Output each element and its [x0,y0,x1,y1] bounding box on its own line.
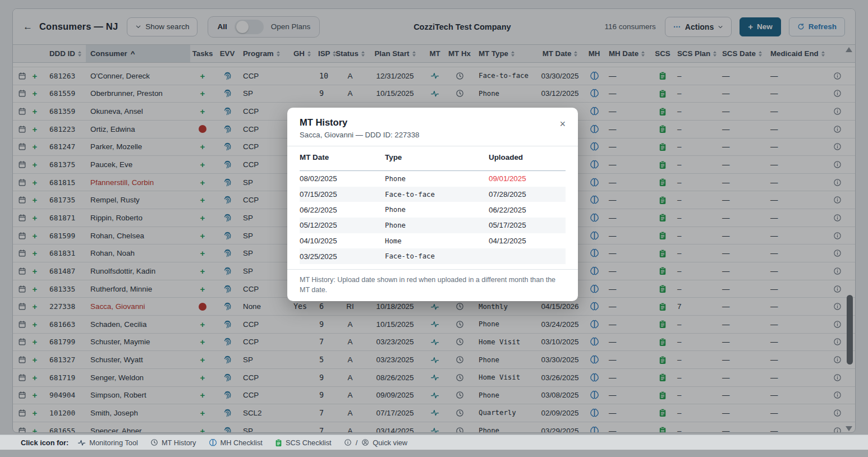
modal-mt-date: 03/25/2025 [300,252,385,261]
page: ← Consumers — NJ Show search All Open Pl… [0,0,868,457]
modal-uploaded: 07/28/2025 [489,190,566,199]
modal-mt-date: 04/10/2025 [300,237,385,245]
modal-uploaded: 05/17/2025 [489,221,566,229]
mt-history-modal: MT History Sacca, Giovanni — DDD ID: 227… [287,108,578,301]
modal-subtitle: Sacca, Giovanni — DDD ID: 227338 [300,131,566,139]
modal-type: Home [385,237,489,245]
modal-table-row: 04/10/2025 Home 04/12/2025 [300,233,566,249]
modal-type: Phone [385,206,489,214]
brain-icon [209,438,217,447]
modal-mt-date: 07/15/2025 [300,190,385,199]
legend-scs-checklist: SCS Checklist [275,438,332,447]
clock-icon [150,438,158,446]
modal-table-row: 06/22/2025 Phone 06/22/2025 [300,202,566,218]
modal-type: Phone [385,221,489,229]
modal-table-row: 03/25/2025 Face-to-face [300,248,566,264]
modal-column-type: Type [385,153,489,167]
modal-title: MT History [300,117,566,128]
pulse-icon [77,438,86,447]
legend-monitoring-tool: Monitoring Tool [77,438,138,447]
clipboard-icon [275,438,282,447]
person-icon [361,438,369,446]
modal-mt-date: 06/22/2025 [300,206,385,214]
modal-column-mt-date: MT Date [300,153,385,167]
modal-uploaded: 06/22/2025 [489,206,566,214]
modal-mt-date: 05/12/2025 [300,221,385,229]
modal-table-row: 08/02/2025 Phone 09/01/2025 [300,171,566,187]
modal-column-uploaded: Uploaded [489,153,566,167]
modal-table-row: 05/12/2025 Phone 05/17/2025 [300,218,566,233]
modal-uploaded: 04/12/2025 [489,237,566,245]
modal-type: Face-to-face [385,191,489,199]
legend-mh-checklist: MH Checklist [209,438,263,447]
modal-type: Face-to-face [385,252,489,260]
legend-prefix: Click icon for: [21,438,68,447]
modal-table-body: 08/02/2025 Phone 09/01/2025 07/15/2025 F… [300,171,566,264]
icon-legend-bar: Click icon for: Monitoring Tool MT Histo… [0,435,868,450]
modal-body: MT Date Type Uploaded 08/02/2025 Phone 0… [287,146,578,264]
modal-type: Phone [385,175,489,183]
modal-uploaded: 09/01/2025 [489,174,566,183]
legend-mt-history: MT History [150,438,196,447]
legend-quick-view: / Quick view [344,438,407,447]
modal-header: MT History Sacca, Giovanni — DDD ID: 227… [287,108,578,146]
close-icon[interactable]: × [559,119,566,129]
modal-mt-date: 08/02/2025 [300,174,385,183]
info-icon [344,438,352,446]
modal-table-header: MT Date Type Uploaded [300,149,566,171]
modal-table-row: 07/15/2025 Face-to-face 07/28/2025 [300,187,566,202]
modal-note: MT History: Upload date shown in red whe… [287,269,578,302]
